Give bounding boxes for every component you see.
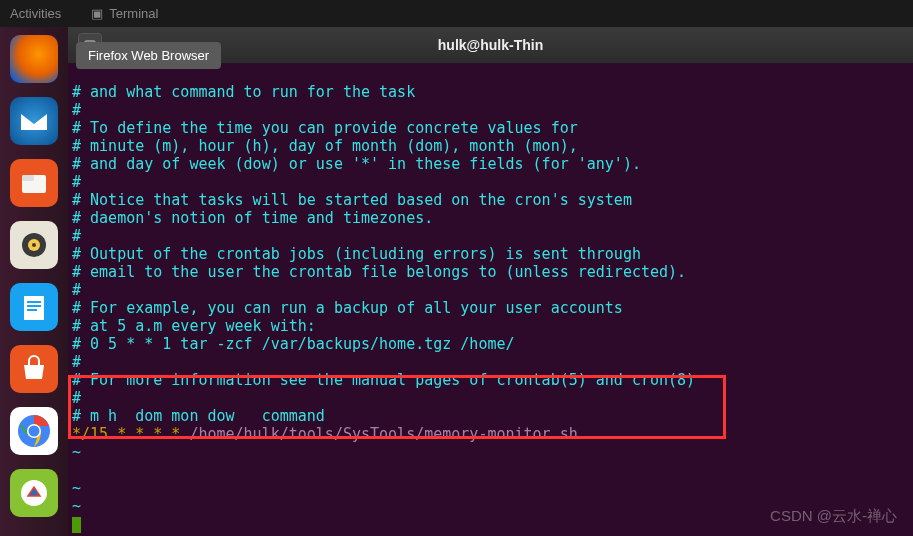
svg-rect-5: [24, 296, 44, 320]
cron-command: /home/hulk/tools/SysTools/memory-monitor…: [189, 425, 577, 443]
dock-tooltip: Firefox Web Browser: [76, 42, 221, 69]
watermark: CSDN @云水-禅心: [770, 507, 897, 526]
svg-rect-6: [27, 301, 41, 303]
terminal-window: hulk@hulk-Thin # and what command to run…: [68, 27, 913, 536]
crontab-comment-line: #: [72, 173, 81, 191]
svg-rect-7: [27, 305, 41, 307]
vim-tilde: ~: [72, 479, 81, 497]
svg-point-12: [29, 426, 40, 437]
cron-schedule: */15 * * * *: [72, 425, 189, 443]
crontab-comment-line: # minute (m), hour (h), day of month (do…: [72, 137, 578, 155]
window-title: hulk@hulk-Thin: [438, 37, 543, 53]
crontab-comment-line: #: [72, 281, 81, 299]
crontab-comment-line: # Output of the crontab jobs (including …: [72, 245, 641, 263]
ubuntu-software-icon[interactable]: [10, 345, 58, 393]
crontab-comment-line: # and day of week (dow) or use '*' in th…: [72, 155, 641, 173]
desktop-topbar: Activities ▣ Terminal: [0, 0, 913, 27]
app-icon[interactable]: [10, 469, 58, 517]
topbar-app-name[interactable]: ▣ Terminal: [91, 6, 158, 21]
thunderbird-icon[interactable]: [10, 97, 58, 145]
svg-rect-1: [22, 175, 34, 181]
crontab-comment-line: # For example, you can run a backup of a…: [72, 299, 623, 317]
crontab-comment-line: #: [72, 353, 81, 371]
crontab-comment-line: # email to the user the crontab file bel…: [72, 263, 686, 281]
vim-tilde: ~: [72, 443, 81, 461]
files-icon[interactable]: [10, 159, 58, 207]
crontab-comment-line: #: [72, 101, 81, 119]
dock: [0, 27, 68, 536]
crontab-comment-line: # 0 5 * * 1 tar -zcf /var/backups/home.t…: [72, 335, 515, 353]
crontab-comment-line: #: [72, 389, 81, 407]
terminal-content[interactable]: # and what command to run for the task #…: [68, 63, 913, 536]
crontab-comment-line: # at 5 a.m every week with:: [72, 317, 316, 335]
crontab-comment-line: #: [72, 227, 81, 245]
libreoffice-writer-icon[interactable]: [10, 283, 58, 331]
crontab-comment-line: # To define the time you can provide con…: [72, 119, 578, 137]
crontab-header-line: # m h dom mon dow command: [72, 407, 325, 425]
crontab-comment-line: # Notice that tasks will be started base…: [72, 191, 632, 209]
activities-button[interactable]: Activities: [10, 6, 61, 21]
crontab-comment-line: # and what command to run for the task: [72, 83, 415, 101]
svg-rect-8: [27, 309, 37, 311]
rhythmbox-icon[interactable]: [10, 221, 58, 269]
chrome-icon[interactable]: [10, 407, 58, 455]
crontab-comment-line: # For more information see the manual pa…: [72, 371, 695, 389]
crontab-comment-line: # daemon's notion of time and timezones.: [72, 209, 433, 227]
terminal-icon: ▣: [91, 6, 103, 21]
vim-cursor: [72, 517, 81, 533]
svg-point-4: [32, 243, 36, 247]
vim-tilde: ~: [72, 497, 81, 515]
firefox-icon[interactable]: [10, 35, 58, 83]
